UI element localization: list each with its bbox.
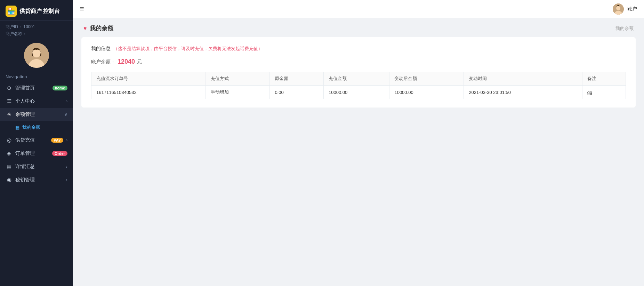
sidebar-item-recharge[interactable]: ◎ 供货充值 PAY › [0,134,73,147]
sidebar-nav: ⊙ 管理首页 home ☰ 个人中心 › ✳ 余额管理 ∨ ▦ 我的余额 ◎ 供… [0,81,73,186]
page-title-wrap: ♥ 我的余额 [83,24,113,32]
avatar [24,43,49,68]
balance-label: 账户余额： [91,59,115,65]
sidebar-item-balance[interactable]: ✳ 余额管理 ∨ [0,108,73,121]
sidebar-header: 🏪 供货商户 控制台 [0,0,73,21]
cell-after: 10000.00 [389,86,464,99]
table-row: 1617116510340532 手动增加 0.00 10000.00 1000… [91,86,626,99]
balance-icon: ✳ [6,111,13,118]
personal-icon: ☰ [6,98,13,104]
content: ♥ 我的余额 我的余额 我的信息 （这不是结算款项，由平台授信，请及时充值，欠费… [73,18,644,286]
info-notice-text: （这不是结算款项，由平台授信，请及时充值，欠费将无法发起话费充值） [113,46,263,52]
recharge-icon: ◎ [6,137,13,143]
topbar: ≡ 账户 [73,0,644,18]
col-method: 充值方式 [206,72,270,86]
sidebar-item-my-balance[interactable]: ▦ 我的余额 [0,121,73,134]
home-badge: home [53,86,67,90]
hamburger-icon: ≡ [80,5,84,13]
my-balance-icon: ▦ [15,125,19,130]
table-header: 充值流水订单号 充值方式 原金额 充值金额 变动后金额 变动时间 备注 [91,72,626,86]
logo-icon: 🏪 [6,6,17,17]
cell-method: 手动增加 [206,86,270,99]
balance-arrow: ∨ [64,112,67,117]
balance-row: 账户余额： 12040 元 [91,58,626,65]
col-amount: 充值金额 [324,72,389,86]
orders-icon: ◈ [6,150,13,157]
sidebar: 🏪 供货商户 控制台 商户ID： 10001 商户名称： Navigatio [0,0,73,286]
balance-card: 我的信息 （这不是结算款项，由平台授信，请及时充值，欠费将无法发起话费充值） 账… [81,37,636,108]
menu-toggle-button[interactable]: ≡ [80,5,84,13]
info-label: 我的信息 [91,46,111,52]
balance-amount: 12040 [118,58,135,65]
merchant-name: 商户名称： [6,31,67,37]
page-title: 我的余额 [90,24,113,32]
cell-order-no: 1617116510340532 [91,86,206,99]
info-notice: 我的信息 （这不是结算款项，由平台授信，请及时充值，欠费将无法发起话费充值） [91,46,626,52]
merchant-id: 商户ID： 10001 [6,24,67,30]
topbar-avatar [613,3,624,15]
heart-icon: ♥ [83,25,87,32]
nav-section-label: Navigation [0,71,73,81]
col-original: 原金额 [270,72,324,86]
balance-unit: 元 [137,59,142,65]
account-label: 账户 [627,6,637,12]
main: ≡ 账户 ♥ 我的余额 我的余额 [73,0,644,286]
col-order-no: 充值流水订单号 [91,72,206,86]
details-arrow: › [66,164,67,169]
sidebar-item-home[interactable]: ⊙ 管理首页 home [0,81,73,95]
table-body: 1617116510340532 手动增加 0.00 10000.00 1000… [91,86,626,99]
order-badge: Order [52,151,67,156]
personal-arrow: › [66,99,67,104]
cell-time: 2021-03-30 23:01:50 [464,86,582,99]
col-after: 变动后金额 [389,72,464,86]
sidebar-item-orders[interactable]: ◈ 订单管理 Order [0,147,73,160]
keys-arrow: › [66,177,67,182]
sidebar-title: 供货商户 控制台 [19,8,60,15]
cell-original: 0.00 [270,86,324,99]
col-note: 备注 [582,72,626,86]
cell-note: gg [582,86,626,99]
sidebar-item-personal[interactable]: ☰ 个人中心 › [0,95,73,108]
sidebar-avatar-wrap [0,38,73,71]
cell-amount: 10000.00 [324,86,389,99]
details-icon: ▤ [6,164,13,170]
page-header: ♥ 我的余额 我的余额 [73,18,644,37]
keys-icon: ◉ [6,177,13,183]
home-icon: ⊙ [6,85,13,91]
pay-badge: PAY [51,138,63,143]
account-area[interactable]: 账户 [613,3,637,15]
recharge-table: 充值流水订单号 充值方式 原金额 充值金额 变动后金额 变动时间 备注 1617… [91,72,626,99]
recharge-arrow: › [66,138,67,143]
sidebar-item-details[interactable]: ▤ 详情汇总 › [0,160,73,173]
col-time: 变动时间 [464,72,582,86]
merchant-info: 商户ID： 10001 商户名称： [0,21,73,38]
sidebar-item-keys[interactable]: ◉ 秘钥管理 › [0,173,73,186]
breadcrumb: 我的余额 [615,25,634,32]
